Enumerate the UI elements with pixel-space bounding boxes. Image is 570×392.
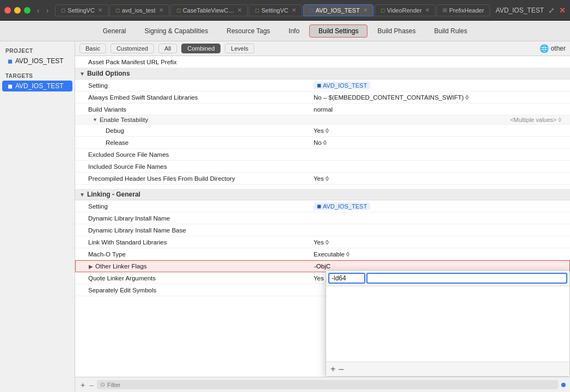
linker-flags-popup[interactable]: + – <box>326 270 570 377</box>
nav-info[interactable]: Info <box>280 25 308 37</box>
tab-settingvc2[interactable]: ◻ SettingVC ✕ <box>249 4 302 16</box>
tab-close-avd[interactable]: ✕ <box>159 7 163 13</box>
build-options-setting-value-0: ◼ AVD_IOS_TEST <box>309 81 570 90</box>
tab-icon-prefix: ⊞ <box>443 7 447 13</box>
popup-footer: + – <box>326 362 569 376</box>
linking-setting-value-0: ◼ AVD_IOS_TEST <box>309 201 570 211</box>
enable-testability-subsection[interactable]: ▼ Enable Testability <Multiple values> ◊ <box>75 115 570 125</box>
other-linker-expand-arrow[interactable]: ▶ <box>89 264 93 270</box>
tab-label-settingvc1: SettingVC <box>68 7 95 14</box>
build-options-setting-name-0: Setting <box>75 81 309 90</box>
build-options-row-0: Setting ◼ AVD_IOS_TEST <box>75 79 570 91</box>
popup-input1-wrap[interactable] <box>328 273 365 284</box>
tab-close-settingvc2[interactable]: ✕ <box>292 7 296 13</box>
maximize-window-button[interactable] <box>24 7 30 14</box>
build-options-setting-name-2: Build Variants <box>75 105 309 114</box>
tab-close-video[interactable]: ✕ <box>425 7 430 13</box>
close-window-button[interactable] <box>4 7 11 14</box>
tab-close-avd2[interactable]: ✕ <box>363 7 367 13</box>
build-options-section-header[interactable]: ▼ Build Options <box>75 68 570 79</box>
popup-remove-button[interactable]: – <box>339 364 344 374</box>
sidebar-project-item[interactable]: ◼ AVD_IOS_TEST <box>2 56 72 66</box>
filter-icon: ⊙ <box>100 381 105 388</box>
other-linker-flags-name: ▶ Other Linker Flags <box>76 262 310 271</box>
tab-label-avd2: AVD_IOS_TEST <box>316 7 360 14</box>
title-bar-nav: ‹ › <box>35 5 51 16</box>
nav-build-rules[interactable]: Build Rules <box>426 25 476 37</box>
sidebar-target-avd[interactable]: ◼ AVD_IOS_TEST <box>2 81 72 91</box>
build-options-row-1: Always Embed Swift Standard Libraries No… <box>75 91 570 103</box>
build-options-row-2: Build Variants normal <box>75 103 570 115</box>
quote-linker-name: Quote Linker Arguments <box>75 274 309 283</box>
linking-title: Linking - General <box>87 191 140 198</box>
filter-tab-basic[interactable]: Basic <box>79 44 106 53</box>
dynlib-base-value <box>309 229 570 231</box>
asset-pack-setting-value <box>309 61 570 63</box>
tab-videorender[interactable]: ◻ VideoRender ✕ <box>375 4 436 16</box>
build-options-row-excluded: Excluded Source File Names <box>75 149 570 161</box>
popup-container: + – <box>326 270 570 377</box>
build-options-release-name: Release <box>75 138 309 147</box>
close-icon[interactable]: ✕ <box>559 6 566 15</box>
add-setting-button[interactable]: + <box>79 381 86 389</box>
build-options-row-release: Release No ◊ <box>75 137 570 149</box>
popup-input1[interactable] <box>332 274 362 282</box>
minimize-window-button[interactable] <box>14 7 21 14</box>
tab-casetableview[interactable]: ◻ CaseTableViewC… ✕ <box>170 4 248 16</box>
bottom-bar: + – ⊙ <box>75 377 570 392</box>
expand-icon[interactable]: ⤢ <box>548 6 555 15</box>
precompiled-header-value: Yes ◊ <box>309 174 570 183</box>
target-badge-linking-icon: ◼ <box>317 203 321 209</box>
tab-avd-ios-test[interactable]: ◻ avd_ios_test ✕ <box>109 4 169 16</box>
tab-settingvc1[interactable]: ◻ SettingVC ✕ <box>55 4 108 16</box>
tab-label-settingvc2: SettingVC <box>261 7 289 14</box>
tab-bar: ◻ SettingVC ✕ ◻ avd_ios_test ✕ ◻ CaseTab… <box>55 4 491 16</box>
tab-close-case[interactable]: ✕ <box>237 7 242 13</box>
testability-title: Enable Testability <box>100 117 148 123</box>
nav-build-settings[interactable]: Build Settings <box>309 24 367 38</box>
linking-row-3: Link With Standard Libraries Yes ◊ <box>75 236 570 248</box>
popup-input-row <box>326 271 569 286</box>
tab-label-prefix: PrefixHeader <box>449 7 484 14</box>
tab-icon-case: ◻ <box>176 7 181 13</box>
link-standard-value: Yes ◊ <box>309 238 570 247</box>
tab-icon-avd2: ◻ <box>309 7 314 13</box>
other-label: other <box>551 45 566 52</box>
other-linker-flags-value: -ObjC <box>310 262 569 271</box>
filter-right: 🌐 other <box>540 44 566 53</box>
nav-back-button[interactable]: ‹ <box>35 5 42 16</box>
nav-build-phases[interactable]: Build Phases <box>369 25 424 37</box>
target-badge-label: AVD_IOS_TEST <box>323 82 367 89</box>
included-source-name: Included Source File Names <box>75 162 309 171</box>
popup-input2-wrap[interactable] <box>366 273 567 284</box>
blue-status-dot <box>561 383 566 387</box>
target-badge-icon: ◼ <box>317 82 321 88</box>
tab-avd-ios-test2[interactable]: ◻ AVD_IOS_TEST ✕ <box>303 4 373 16</box>
tab-prefixheader[interactable]: ⊞ PrefixHeader <box>437 4 490 16</box>
filter-tab-combined[interactable]: Combined <box>181 44 220 53</box>
filter-tab-customized[interactable]: Customized <box>111 44 154 53</box>
sidebar-target-name: AVD_IOS_TEST <box>15 82 63 90</box>
nav-forward-button[interactable]: › <box>44 5 51 16</box>
nav-general[interactable]: General <box>94 25 135 37</box>
filter-input[interactable] <box>107 382 555 388</box>
popup-add-button[interactable]: + <box>330 364 335 374</box>
included-source-value <box>309 166 570 168</box>
testability-multiple-values: <Multiple values> ◊ <box>510 117 566 123</box>
target-badge-linking: ◼ AVD_IOS_TEST <box>314 203 370 210</box>
nav-signing[interactable]: Signing & Capabilities <box>136 25 217 37</box>
globe-icon: 🌐 <box>540 44 549 53</box>
tab-close-settingvc1[interactable]: ✕ <box>98 7 102 13</box>
link-standard-name: Link With Standard Libraries <box>75 238 309 247</box>
asset-pack-setting-name: Asset Pack Manifest URL Prefix <box>75 58 309 66</box>
minus-button[interactable]: – <box>89 381 94 389</box>
filter-tab-levels[interactable]: Levels <box>225 44 254 53</box>
nav-resource-tags[interactable]: Resource Tags <box>218 25 279 37</box>
filter-tab-all[interactable]: All <box>158 44 177 53</box>
precompiled-header-name: Precompiled Header Uses Files From Build… <box>75 174 309 183</box>
dynlib-name: Dynamic Library Install Name <box>75 214 309 223</box>
linking-section-header[interactable]: ▼ Linking - General <box>75 189 570 200</box>
popup-input2[interactable] <box>370 274 564 282</box>
filter-input-wrap: ⊙ <box>97 380 558 389</box>
linking-row-4: Mach-O Type Executable ◊ <box>75 248 570 260</box>
